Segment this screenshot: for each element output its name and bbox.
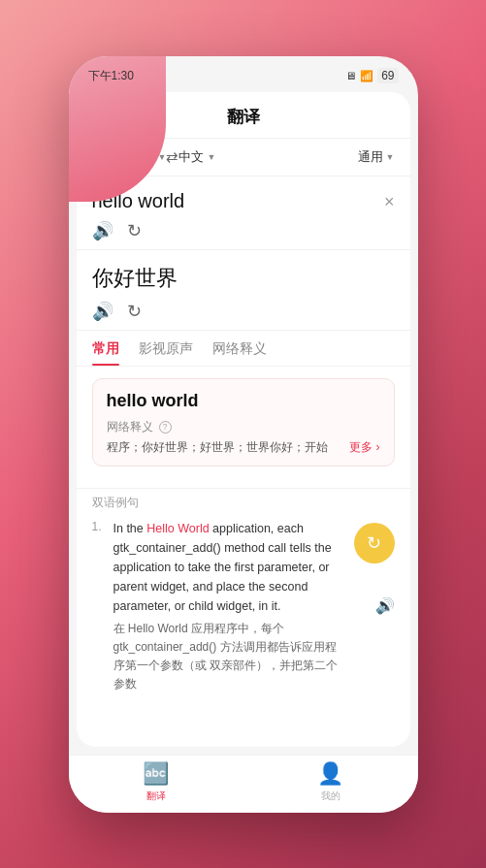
- target-lang-arrow: ▼: [207, 152, 215, 162]
- wifi-icon: 📶: [360, 70, 373, 82]
- app-title: 翻译: [227, 108, 260, 126]
- nav-translate[interactable]: 🔤 翻译: [69, 761, 243, 803]
- card-section: hello world 网络释义 ? 程序；你好世界；好世界；世界你好；开始 更…: [77, 367, 410, 489]
- tabs-bar: 常用 影视原声 网络释义: [77, 331, 410, 367]
- nav-translate-label: 翻译: [146, 789, 166, 803]
- input-actions: 🔊 ↻: [92, 220, 395, 241]
- sentence-en-part1: In the: [113, 522, 147, 535]
- output-speaker-icon[interactable]: 🔊: [92, 301, 113, 322]
- screen-icon: 🖥: [345, 70, 356, 81]
- status-bar: 下午1:30 🖥 📶 69: [69, 56, 418, 92]
- nav-profile-icon: 👤: [317, 761, 343, 787]
- status-time: 下午1:30: [88, 68, 134, 84]
- net-meanings-row: 程序；你好世界；好世界；世界你好；开始 更多 ›: [107, 439, 380, 456]
- input-speaker-icon[interactable]: 🔊: [92, 220, 113, 241]
- sentence-text-wrap: In the Hello World application, each gtk…: [113, 519, 346, 694]
- sentence-actions: ↻ 🔊: [354, 519, 395, 615]
- sentence-num: 1.: [92, 519, 106, 533]
- nav-translate-icon: 🔤: [143, 761, 169, 787]
- sentence-en: In the Hello World application, each gtk…: [113, 519, 346, 616]
- swap-lang-icon[interactable]: ⇄: [166, 148, 178, 166]
- bottom-nav: 🔤 翻译 👤 我的: [69, 755, 418, 813]
- tab-common[interactable]: 常用: [92, 331, 119, 366]
- input-text[interactable]: hello world: [92, 190, 384, 212]
- net-meanings: 程序；你好世界；好世界；世界你好；开始: [107, 439, 350, 456]
- sentence-en-highlight: Hello World: [146, 522, 209, 535]
- output-area: 你好世界 🔊 ↻: [77, 250, 410, 331]
- mode-button[interactable]: 通用 ▼: [358, 148, 395, 166]
- tab-network[interactable]: 网络释义: [212, 331, 267, 366]
- output-text: 你好世界: [92, 264, 395, 293]
- sentence-zh: 在 Hello World 应用程序中，每个 gtk_container_add…: [113, 620, 346, 694]
- mode-arrow: ▼: [386, 152, 395, 162]
- nav-profile-label: 我的: [321, 789, 340, 803]
- target-lang-button[interactable]: 中文 ▼: [178, 148, 215, 166]
- target-lang-label: 中文: [178, 148, 204, 166]
- refresh-button[interactable]: ↻: [354, 523, 395, 563]
- word-main: hello world: [107, 391, 380, 411]
- battery-icon: 69: [377, 68, 398, 83]
- clear-button[interactable]: ×: [384, 192, 395, 212]
- sentence-item: 1. In the Hello World application, each …: [92, 519, 395, 694]
- status-icons: 🖥 📶 69: [345, 68, 398, 83]
- output-actions: 🔊 ↻: [92, 301, 395, 322]
- nav-profile[interactable]: 👤 我的: [243, 761, 418, 803]
- net-label: 网络释义 ?: [107, 419, 380, 435]
- more-link[interactable]: 更多 ›: [349, 439, 379, 456]
- bilingual-label: 双语例句: [77, 489, 410, 519]
- phone-frame: 下午1:30 🖥 📶 69 翻译 检测为英语 ▼ ⇄ 中文 ▼ 通用: [69, 56, 418, 813]
- sentence-list: 1. In the Hello World application, each …: [77, 519, 410, 704]
- input-copy-icon[interactable]: ↻: [127, 220, 142, 241]
- word-card: hello world 网络释义 ? 程序；你好世界；好世界；世界你好；开始 更…: [92, 378, 395, 466]
- mode-label: 通用: [358, 148, 383, 166]
- sentence-speaker-icon[interactable]: 🔊: [375, 596, 395, 615]
- net-info-icon[interactable]: ?: [159, 421, 172, 434]
- tab-movie[interactable]: 影视原声: [139, 331, 193, 366]
- output-copy-icon[interactable]: ↻: [127, 301, 142, 322]
